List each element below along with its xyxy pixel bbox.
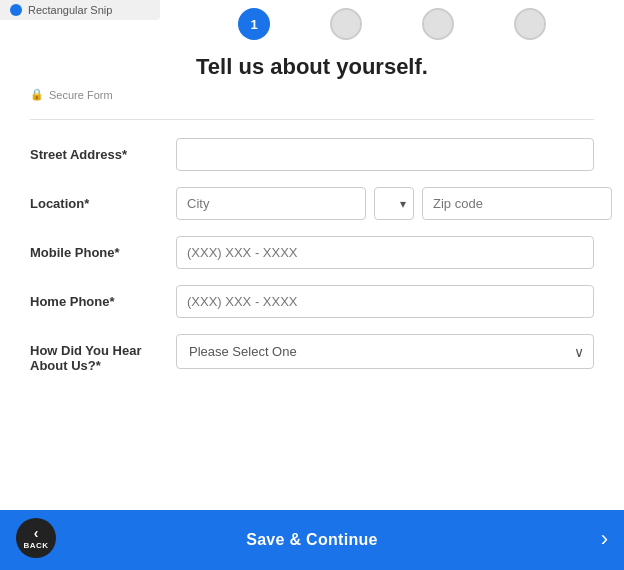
step-3	[422, 8, 454, 40]
mobile-phone-row: Mobile Phone*	[30, 236, 594, 269]
street-address-input[interactable]	[176, 138, 594, 171]
state-select-wrapper: State AL AK AZ CA CO FL GA NY TX ▾	[374, 187, 414, 220]
back-label: BACK	[23, 541, 48, 550]
secure-form-label: Secure Form	[49, 89, 113, 101]
step-4	[514, 8, 546, 40]
snip-icon	[10, 4, 22, 16]
hear-select[interactable]: Please Select One Google Facebook Friend…	[176, 334, 594, 369]
street-address-row: Street Address*	[30, 138, 594, 171]
page-title: Tell us about yourself.	[30, 54, 594, 80]
back-button[interactable]: ‹ BACK	[16, 518, 56, 558]
step-1: 1	[238, 8, 270, 40]
state-select[interactable]: State AL AK AZ CA CO FL GA NY TX	[374, 187, 414, 220]
save-continue-button[interactable]: Save & Continue	[246, 531, 378, 549]
snip-label: Rectangular Snip	[28, 4, 112, 16]
home-phone-row: Home Phone*	[30, 285, 594, 318]
step-2	[330, 8, 362, 40]
steps-bar: 1	[160, 0, 624, 44]
secure-form-indicator: 🔒 Secure Form	[30, 88, 594, 101]
mobile-phone-label: Mobile Phone*	[30, 236, 160, 260]
mobile-phone-input[interactable]	[176, 236, 594, 269]
divider	[30, 119, 594, 120]
mobile-phone-controls	[176, 236, 594, 269]
hear-about-label: How Did You Hear About Us?*	[30, 334, 160, 373]
location-label: Location*	[30, 187, 160, 211]
main-content: Tell us about yourself. 🔒 Secure Form St…	[0, 44, 624, 510]
hear-about-controls: Please Select One Google Facebook Friend…	[176, 334, 594, 369]
bottom-bar: ‹ BACK Save & Continue ›	[0, 510, 624, 570]
home-phone-controls	[176, 285, 594, 318]
home-phone-label: Home Phone*	[30, 285, 160, 309]
hear-about-row: How Did You Hear About Us?* Please Selec…	[30, 334, 594, 373]
lock-icon: 🔒	[30, 88, 44, 101]
zip-input[interactable]	[422, 187, 612, 220]
street-address-label: Street Address*	[30, 138, 160, 162]
street-address-controls	[176, 138, 594, 171]
city-input[interactable]	[176, 187, 366, 220]
next-arrow-icon: ›	[601, 526, 608, 552]
snip-bar: Rectangular Snip	[0, 0, 160, 20]
location-row: Location* State AL AK AZ CA CO FL GA NY …	[30, 187, 594, 220]
hear-select-wrapper: Please Select One Google Facebook Friend…	[176, 334, 594, 369]
home-phone-input[interactable]	[176, 285, 594, 318]
back-arrow-icon: ‹	[34, 526, 39, 540]
location-controls: State AL AK AZ CA CO FL GA NY TX ▾	[176, 187, 612, 220]
